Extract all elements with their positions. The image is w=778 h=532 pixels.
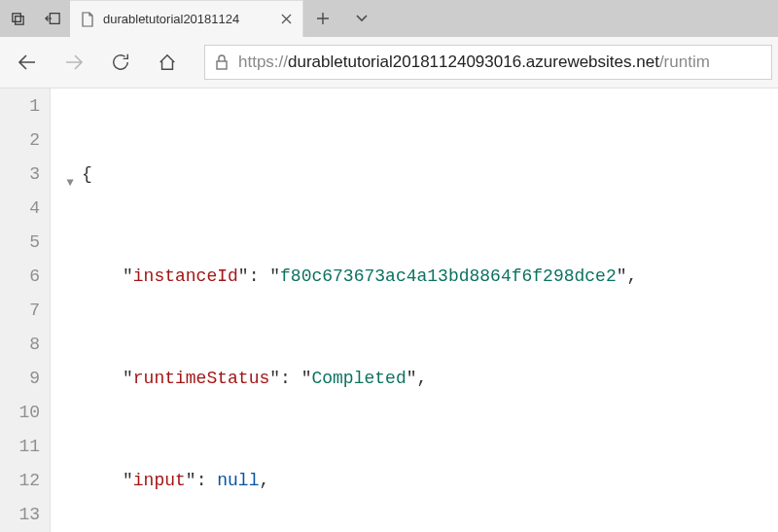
svg-rect-3 [217,61,227,69]
svg-rect-1 [15,16,22,23]
home-button[interactable] [146,41,189,84]
line-number: 11 [0,430,50,464]
tab-overflow-icon[interactable] [342,0,381,37]
new-tab-button[interactable] [303,0,342,37]
file-icon [80,12,95,27]
json-content: ▼{ "instanceId": "f80c673673ac4a13bd8864… [51,89,778,532]
forward-button[interactable] [53,41,95,84]
code-line: ▼{ [54,158,778,192]
browser-tabstrip: durabletutorial20181124 [0,0,778,37]
line-number: 13 [0,498,50,532]
line-number: 6 [0,260,50,294]
line-number: 4 [0,192,50,226]
lock-icon [215,54,229,70]
code-line: "runtimeStatus": "Completed", [54,362,778,396]
refresh-button[interactable] [99,41,142,84]
line-number: 8 [0,328,50,362]
url-scheme: https:// [238,53,288,71]
address-bar[interactable]: https://durabletutorial20181124093016.az… [204,45,772,80]
fold-toggle-icon[interactable]: ▼ [62,166,78,200]
line-number: 2 [0,124,50,158]
svg-rect-0 [12,13,19,20]
line-number-gutter: 12345678910111213 [0,89,51,532]
json-viewer: 12345678910111213 ▼{ "instanceId": "f80c… [0,89,778,532]
browser-tab-active[interactable]: durabletutorial20181124 [70,0,303,37]
line-number: 7 [0,294,50,328]
line-number: 3 [0,158,50,192]
back-button[interactable] [6,41,49,84]
line-number: 12 [0,464,50,498]
line-number: 5 [0,226,50,260]
url-host: durabletutorial20181124093016.azurewebsi… [288,53,659,71]
line-number: 10 [0,396,50,430]
line-number: 1 [0,89,50,124]
close-tab-icon[interactable] [277,11,295,28]
url-path: /runtim [659,53,710,71]
code-line: "instanceId": "f80c673673ac4a13bd8864f6f… [54,260,778,294]
tab-title: durabletutorial20181124 [103,12,269,26]
url-text: https://durabletutorial20181124093016.az… [238,53,761,72]
code-line: "input": null, [54,464,778,498]
tab-actions-icon[interactable] [0,0,35,37]
browser-toolbar: https://durabletutorial20181124093016.az… [0,37,778,89]
line-number: 9 [0,362,50,396]
set-aside-tabs-icon[interactable] [35,0,70,37]
